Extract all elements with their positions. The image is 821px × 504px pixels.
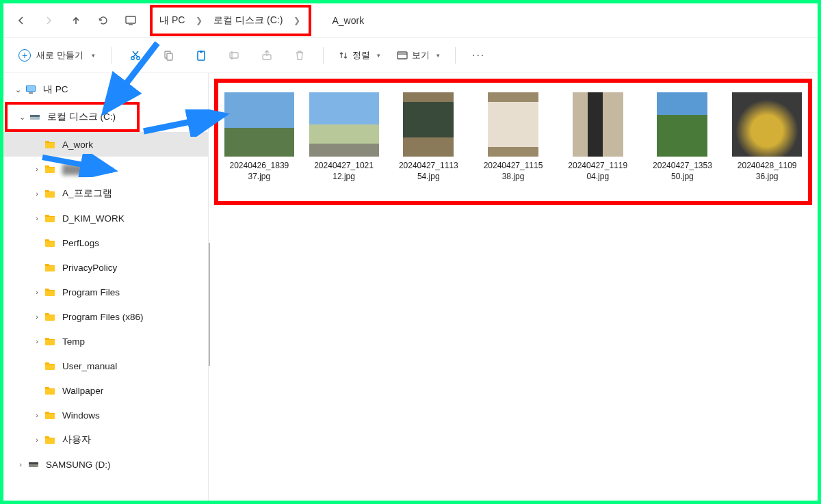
new-button[interactable]: + 새로 만들기 ▾	[10, 45, 103, 66]
drive-icon	[27, 457, 40, 471]
thumbnail	[224, 92, 294, 157]
svg-point-2	[136, 56, 139, 59]
chevron-down-icon[interactable]: ⌄	[16, 113, 28, 122]
tree-label: Wallpaper	[62, 386, 103, 396]
chevron-right-icon[interactable]: ›	[31, 214, 43, 222]
thumbnail	[488, 92, 538, 157]
tree-item-folder[interactable]: ·PrivacyPolicy	[3, 255, 208, 280]
paste-button[interactable]	[186, 43, 216, 68]
sort-button[interactable]: 정렬 ▾	[332, 45, 387, 66]
tree-label: Program Files	[62, 287, 120, 297]
up-button[interactable]	[62, 7, 90, 34]
thumbnail	[309, 92, 379, 157]
tree-item-folder[interactable]: ›Program Files	[3, 280, 208, 304]
tree-item-drive-d[interactable]: › SAMSUNG (D:)	[3, 452, 208, 477]
tree-label: PrivacyPolicy	[62, 263, 117, 273]
tree-label: User_manual	[62, 361, 117, 371]
tree-item-folder[interactable]: ›Program Files (x86)	[3, 304, 208, 329]
breadcrumb-highlight: 내 PC ❯ 로컬 디스크 (C:) ❯	[150, 5, 311, 36]
more-button[interactable]: ···	[464, 43, 494, 68]
chevron-down-icon: ▾	[92, 52, 95, 59]
copy-button[interactable]	[153, 43, 183, 68]
thumbnail	[732, 92, 802, 157]
svg-point-18	[36, 465, 38, 466]
tree-item-folder[interactable]: ·Wallpaper	[3, 378, 208, 403]
chevron-right-icon[interactable]: ›	[31, 411, 43, 419]
chevron-right-icon[interactable]: ›	[31, 313, 43, 321]
back-button[interactable]	[8, 7, 35, 34]
tree-label: A_프로그램	[62, 187, 112, 200]
file-item[interactable]: 20240427_135350.jpg	[647, 92, 718, 182]
resize-handle[interactable]	[209, 243, 210, 366]
file-item[interactable]: 20240427_111538.jpg	[478, 92, 549, 182]
rename-button[interactable]	[219, 43, 249, 68]
tree-item-folder[interactable]: ·User_manual	[3, 354, 208, 378]
drive-icon	[28, 110, 42, 124]
breadcrumb-drive[interactable]: 로컬 디스크 (C:)	[212, 12, 284, 29]
share-button[interactable]	[252, 43, 282, 68]
view-button[interactable]: 보기 ▾	[390, 45, 447, 66]
chevron-right-icon[interactable]: ›	[31, 288, 43, 296]
tree-item-folder[interactable]: ›D_KIM_WORK	[3, 206, 208, 230]
navigation-tree[interactable]: ⌄ 내 PC ⌄ 로컬 디스크 (C:) ·A_work›████›A_프로그램…	[3, 73, 209, 501]
folder-icon	[43, 408, 57, 422]
chevron-down-icon[interactable]: ⌄	[12, 85, 24, 94]
tree-item-folder[interactable]: ›A_프로그램	[3, 181, 208, 206]
thumbnail	[403, 92, 454, 157]
svg-rect-6	[200, 51, 203, 53]
svg-rect-7	[230, 53, 238, 58]
new-button-label: 새로 만들기	[36, 49, 83, 62]
tree-item-folder[interactable]: ·PerfLogs	[3, 230, 208, 255]
file-item[interactable]: 20240426_183937.jpg	[224, 92, 295, 182]
file-item[interactable]: 20240427_111904.jpg	[562, 92, 634, 182]
tree-label: ████	[62, 164, 88, 174]
svg-rect-0	[126, 16, 135, 23]
view-label: 보기	[412, 49, 430, 62]
sort-icon	[339, 51, 348, 60]
folder-icon	[43, 261, 57, 274]
tree-label: Program Files (x86)	[62, 312, 144, 322]
file-name: 20240427_102112.jpg	[314, 161, 374, 182]
refresh-button[interactable]	[90, 7, 117, 34]
file-name: 20240427_111538.jpg	[484, 161, 543, 182]
tree-item-folder[interactable]: ›Windows	[3, 403, 208, 427]
delete-button[interactable]	[285, 43, 315, 68]
chevron-right-icon[interactable]: ›	[31, 436, 43, 444]
file-item[interactable]: 20240427_102112.jpg	[309, 92, 380, 182]
tree-label: A_work	[62, 140, 93, 150]
tree-item-drive-c[interactable]: ⌄ 로컬 디스크 (C:)	[8, 105, 137, 129]
plus-circle-icon: +	[18, 49, 31, 62]
file-list-pane[interactable]: 20240426_183937.jpg20240427_102112.jpg20…	[209, 73, 818, 501]
svg-rect-14	[30, 115, 40, 117]
monitor-icon[interactable]	[117, 7, 144, 34]
chevron-right-icon[interactable]: ›	[31, 189, 43, 198]
folder-icon	[43, 310, 57, 323]
tree-item-folder[interactable]: ·A_work	[3, 132, 208, 157]
address-bar: 내 PC ❯ 로컬 디스크 (C:) ❯ A_work	[3, 3, 818, 38]
chevron-right-icon[interactable]: ›	[31, 337, 43, 345]
svg-rect-4	[167, 53, 172, 60]
files-highlight: 20240426_183937.jpg20240427_102112.jpg20…	[214, 79, 812, 205]
forward-button[interactable]	[35, 7, 62, 34]
tree-item-folder[interactable]: ›사용자	[3, 427, 208, 452]
explorer-body: ⌄ 내 PC ⌄ 로컬 디스크 (C:) ·A_work›████›A_프로그램…	[3, 73, 818, 501]
file-item[interactable]: 20240428_110936.jpg	[731, 92, 803, 182]
tree-label: 사용자	[62, 434, 91, 446]
tree-item-folder[interactable]: ›Temp	[3, 329, 208, 354]
folder-icon	[43, 187, 57, 200]
chevron-right-icon[interactable]: ›	[14, 460, 27, 468]
tree-label: SAMSUNG (D:)	[46, 460, 111, 470]
breadcrumb-current[interactable]: A_work	[332, 15, 364, 26]
folder-icon	[43, 285, 57, 299]
toolbar: + 새로 만들기 ▾ 정렬 ▾ 보기 ▾ ···	[3, 38, 818, 73]
file-item[interactable]: 20240427_111354.jpg	[393, 92, 464, 182]
tree-item-pc[interactable]: ⌄ 내 PC	[3, 77, 208, 102]
separator	[323, 47, 324, 64]
cut-button[interactable]	[120, 43, 151, 68]
chevron-down-icon: ▾	[377, 52, 380, 59]
chevron-right-icon[interactable]: ›	[31, 165, 43, 173]
tree-item-folder[interactable]: ›████	[3, 157, 208, 181]
svg-point-1	[131, 56, 133, 59]
breadcrumb-root[interactable]: 내 PC	[158, 12, 186, 29]
file-explorer-window: 내 PC ❯ 로컬 디스크 (C:) ❯ A_work + 새로 만들기 ▾ 정…	[3, 3, 818, 501]
